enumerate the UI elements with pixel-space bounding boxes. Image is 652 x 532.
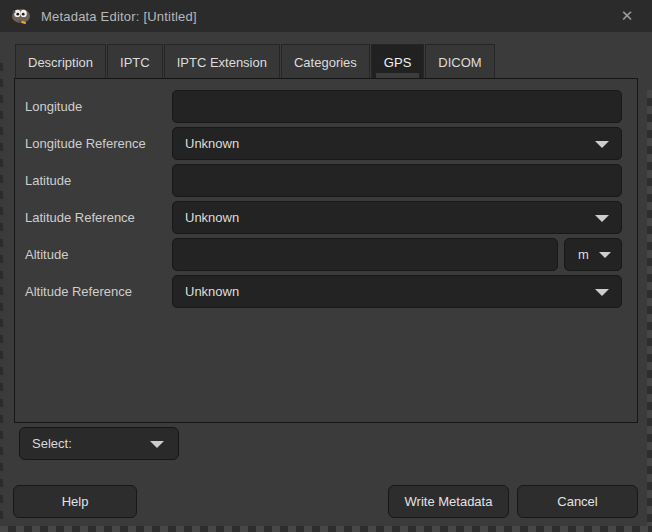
chevron-down-icon — [595, 141, 609, 148]
longitude-input[interactable] — [172, 90, 622, 123]
window-edge-bottom — [0, 526, 652, 532]
chevron-down-icon — [595, 215, 609, 222]
help-button[interactable]: Help — [13, 485, 137, 518]
altitude-unit-select[interactable]: m — [564, 238, 622, 271]
chevron-down-icon — [150, 441, 164, 448]
latitude-reference-select[interactable]: Unknown — [172, 201, 622, 234]
tab-strip: Description IPTC IPTC Extension Categori… — [15, 44, 496, 79]
gps-tab-panel: Longitude Longitude Reference Unknown La… — [14, 78, 638, 423]
window-edge-left — [0, 55, 3, 526]
longitude-reference-label: Longitude Reference — [20, 127, 172, 160]
longitude-label: Longitude — [20, 90, 172, 123]
cancel-button[interactable]: Cancel — [517, 485, 638, 518]
window-title: Metadata Editor: [Untitled] — [41, 9, 197, 24]
gimp-wilber-icon — [10, 7, 32, 25]
longitude-reference-select[interactable]: Unknown — [172, 127, 622, 160]
altitude-input[interactable] — [172, 238, 558, 271]
tab-categories[interactable]: Categories — [281, 44, 370, 79]
tab-dicom[interactable]: DICOM — [425, 44, 494, 79]
gps-form: Longitude Longitude Reference Unknown La… — [15, 79, 637, 308]
tab-iptc[interactable]: IPTC — [107, 44, 163, 79]
latitude-reference-label: Latitude Reference — [20, 201, 172, 234]
select-dropdown[interactable]: Select: — [19, 427, 179, 460]
close-icon[interactable]: ✕ — [610, 0, 644, 32]
metadata-editor-window: Metadata Editor: [Untitled] ✕ Descriptio… — [0, 0, 652, 532]
tab-gps[interactable]: GPS — [371, 44, 424, 79]
chevron-down-icon — [599, 252, 611, 258]
titlebar[interactable]: Metadata Editor: [Untitled] ✕ — [0, 0, 652, 32]
tab-description[interactable]: Description — [15, 44, 106, 79]
altitude-reference-label: Altitude Reference — [20, 275, 172, 308]
tab-iptc-extension[interactable]: IPTC Extension — [164, 44, 280, 79]
latitude-input[interactable] — [172, 164, 622, 197]
window-edge-right — [647, 90, 652, 526]
write-metadata-button[interactable]: Write Metadata — [388, 485, 509, 518]
altitude-label: Altitude — [20, 238, 172, 271]
altitude-reference-select[interactable]: Unknown — [172, 275, 622, 308]
chevron-down-icon — [595, 289, 609, 296]
latitude-label: Latitude — [20, 164, 172, 197]
